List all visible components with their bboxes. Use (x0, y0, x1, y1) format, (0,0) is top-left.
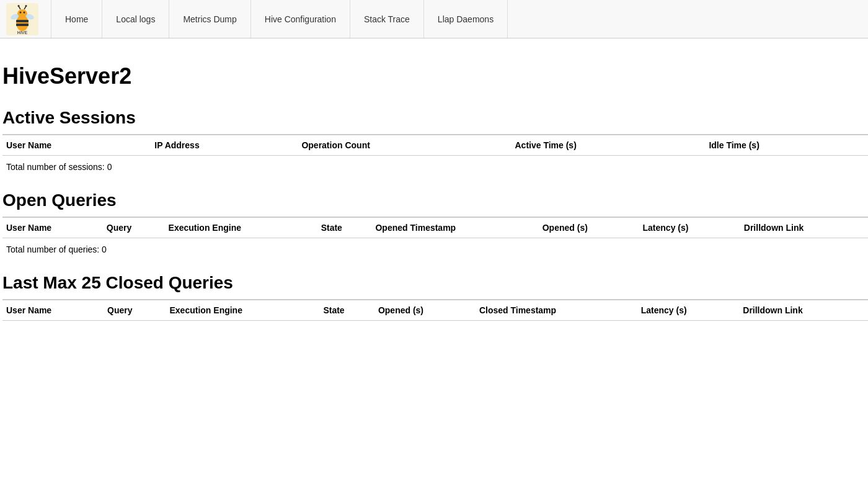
nav-link-stack-trace[interactable]: Stack Trace (350, 0, 424, 38)
closed-queries-section: Last Max 25 Closed Queries User NameQuer… (2, 273, 868, 321)
active-sessions-header-row: User NameIP AddressOperation CountActive… (2, 135, 868, 156)
table-header-cell: Idle Time (s) (705, 135, 868, 156)
table-header-cell: User Name (2, 135, 151, 156)
active-sessions-table: User NameIP AddressOperation CountActive… (2, 134, 868, 156)
table-header-cell: Latency (s) (639, 217, 740, 238)
table-header-cell: Query (104, 300, 166, 321)
hive-logo-icon: HIVE (6, 3, 38, 35)
closed-queries-thead: User NameQueryExecution EngineStateOpene… (2, 300, 868, 321)
active-sessions-title: Active Sessions (2, 108, 868, 128)
svg-text:HIVE: HIVE (17, 30, 28, 35)
table-header-cell: Execution Engine (166, 300, 320, 321)
open-queries-section: Open Queries User NameQueryExecution Eng… (2, 190, 868, 261)
table-header-cell: Operation Count (298, 135, 511, 156)
table-header-cell: User Name (2, 217, 103, 238)
svg-point-9 (18, 5, 20, 7)
nav-logo: HIVE (6, 3, 38, 35)
page-title: HiveServer2 (2, 63, 868, 89)
open-queries-header-row: User NameQueryExecution EngineStateOpene… (2, 217, 868, 238)
active-sessions-section: Active Sessions User NameIP AddressOpera… (2, 108, 868, 178)
table-header-cell: Query (103, 217, 165, 238)
open-queries-total: Total number of queries: 0 (2, 238, 868, 261)
open-queries-title: Open Queries (2, 190, 868, 210)
table-header-cell: Drilldown Link (739, 300, 868, 321)
svg-point-4 (17, 9, 27, 18)
table-header-cell: IP Address (151, 135, 298, 156)
table-header-cell: Active Time (s) (511, 135, 705, 156)
nav-link-llap-daemons[interactable]: Llap Daemons (424, 0, 508, 38)
nav-link-home[interactable]: Home (51, 0, 102, 38)
nav-link-local-logs[interactable]: Local logs (102, 0, 169, 38)
table-header-cell: Latency (s) (637, 300, 740, 321)
table-header-cell: User Name (2, 300, 104, 321)
table-header-cell: Closed Timestamp (476, 300, 637, 321)
svg-rect-3 (16, 24, 29, 26)
nav-link-metrics-dump[interactable]: Metrics Dump (169, 0, 250, 38)
main-nav: HIVE HomeLocal logsMetrics DumpHive Conf… (0, 0, 868, 38)
table-header-cell: State (317, 217, 372, 238)
closed-queries-title: Last Max 25 Closed Queries (2, 273, 868, 293)
active-sessions-thead: User NameIP AddressOperation CountActive… (2, 135, 868, 156)
nav-links: HomeLocal logsMetrics DumpHive Configura… (51, 0, 508, 38)
main-content: HiveServer2 Active Sessions User NameIP … (0, 38, 868, 346)
svg-point-5 (20, 11, 22, 13)
closed-queries-header-row: User NameQueryExecution EngineStateOpene… (2, 300, 868, 321)
table-header-cell: Opened Timestamp (371, 217, 538, 238)
closed-queries-table: User NameQueryExecution EngineStateOpene… (2, 299, 868, 321)
active-sessions-total: Total number of sessions: 0 (2, 156, 868, 178)
table-header-cell: Opened (s) (539, 217, 639, 238)
table-header-cell: Opened (s) (374, 300, 476, 321)
table-header-cell: Drilldown Link (740, 217, 868, 238)
svg-rect-2 (16, 20, 29, 22)
open-queries-thead: User NameQueryExecution EngineStateOpene… (2, 217, 868, 238)
table-header-cell: State (319, 300, 374, 321)
nav-link-hive-configuration[interactable]: Hive Configuration (251, 0, 350, 38)
table-header-cell: Execution Engine (165, 217, 317, 238)
svg-point-10 (25, 5, 27, 7)
svg-point-6 (24, 11, 25, 13)
open-queries-table: User NameQueryExecution EngineStateOpene… (2, 217, 868, 238)
